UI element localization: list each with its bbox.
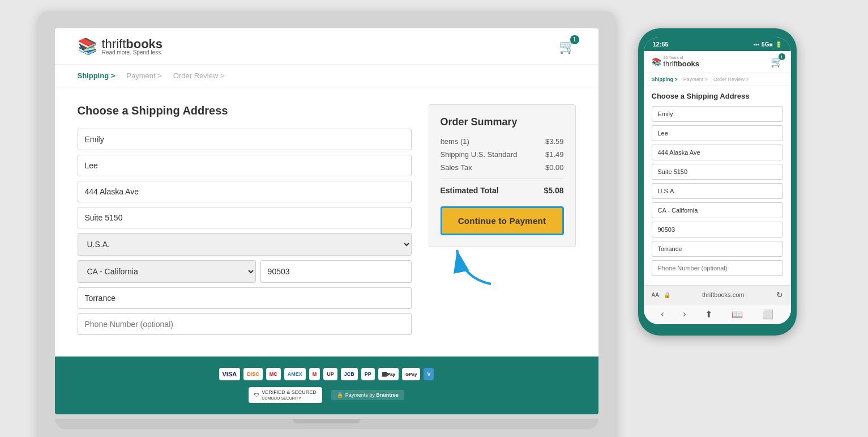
phone-form-title: Choose a Shipping Address <box>652 92 783 100</box>
continue-to-payment-button[interactable]: Continue to Payment <box>441 206 564 235</box>
phone-status-bar: 12:55 ▪▪▪ 5G■ 🔋 <box>644 37 791 51</box>
nav-tabs-icon[interactable]: ⬜ <box>762 309 773 320</box>
site-header: 📚 thriftbooks Read more. Spend less. 🛒 1 <box>55 28 598 65</box>
phone-suite-input[interactable] <box>652 164 783 180</box>
country-select[interactable]: U.S.A. <box>78 233 412 256</box>
tax-label: Sales Tax <box>441 163 472 172</box>
shipping-row: Shipping U.S. Standard $1.49 <box>441 150 564 159</box>
state-select[interactable]: CA - California <box>78 260 256 283</box>
lock-icon: 🔒 <box>337 392 343 398</box>
mastercard-icon: MC <box>266 368 281 380</box>
phone-country-input[interactable] <box>652 183 783 199</box>
main-content: Choose a Shipping Address U.S.A. CA - Ca… <box>55 87 598 357</box>
braintree-text: Payments by Braintree <box>345 392 399 398</box>
font-size-control[interactable]: AA <box>652 292 659 298</box>
amex-icon: AMEX <box>284 368 306 380</box>
phone-breadcrumb: Shipping > Payment > Order Review > <box>644 73 791 86</box>
laptop-device: 📚 thriftbooks Read more. Spend less. 🛒 1… <box>38 11 615 437</box>
breadcrumb-nav: Shipping > Payment > Order Review > <box>55 65 598 87</box>
suite-input[interactable] <box>78 207 412 228</box>
url-bar[interactable]: thriftbooks.com <box>670 291 776 298</box>
address-input[interactable] <box>78 181 412 202</box>
phone-breadcrumb-review[interactable]: Order Review > <box>713 77 755 82</box>
order-summary-wrapper: Order Summary Items (1) $3.59 Shipping U… <box>429 104 576 247</box>
shipping-label: Shipping U.S. Standard <box>441 150 518 159</box>
phone-city-input[interactable] <box>652 241 783 257</box>
paypal-icon: PP <box>361 368 375 380</box>
phone-device: 12:55 ▪▪▪ 5G■ 🔋 📚 20 Years of thriftbook… <box>638 28 797 336</box>
phone-logo-group: 20 Years of thriftbooks <box>664 56 700 68</box>
union-icon: UP <box>323 368 337 380</box>
summary-divider <box>441 179 564 179</box>
last-name-input[interactable] <box>78 155 412 176</box>
breadcrumb-order-review[interactable]: Order Review > <box>173 71 236 80</box>
phone-address-bar: AA 🔒 thriftbooks.com ↻ <box>644 285 791 304</box>
items-row: Items (1) $3.59 <box>441 137 564 146</box>
phone-content: Choose a Shipping Address <box>644 86 791 285</box>
phone-last-name-input[interactable] <box>652 125 783 141</box>
discover-icon: DISC <box>243 368 263 380</box>
site-footer: VISA DISC MC AMEX M UP JCB PP ⬛Pay GPay … <box>55 357 598 414</box>
phone-breadcrumb-shipping[interactable]: Shipping > <box>652 77 683 82</box>
phone-books-icon: 📚 <box>652 57 661 66</box>
lock-icon: 🔒 <box>664 292 670 298</box>
phone-screen: 12:55 ▪▪▪ 5G■ 🔋 📚 20 Years of thriftbook… <box>644 37 791 324</box>
first-name-input[interactable] <box>78 129 412 150</box>
footer-badges: 🛡 VERIFIED & SECUREDCOMODO SECURITY 🔒 Pa… <box>249 387 404 403</box>
phone-state-input[interactable] <box>652 202 783 218</box>
total-value: $5.08 <box>544 186 563 195</box>
arrow-annotation <box>451 244 497 290</box>
phone-header: 📚 20 Years of thriftbooks 🛒 1 <box>644 51 791 73</box>
zip-input[interactable] <box>260 260 412 283</box>
order-summary: Order Summary Items (1) $3.59 Shipping U… <box>429 104 576 247</box>
laptop-bottom <box>55 419 598 429</box>
phone-nav-bar: ‹ › ⬆ 📖 ⬜ <box>644 304 791 324</box>
phone-input[interactable] <box>78 313 412 335</box>
nav-share-icon[interactable]: ⬆ <box>705 309 712 320</box>
jcb-icon: JCB <box>341 368 358 380</box>
payment-icons: VISA DISC MC AMEX M UP JCB PP ⬛Pay GPay … <box>219 368 434 380</box>
tax-value: $0.00 <box>545 163 564 172</box>
phone-years-badge: 20 Years of <box>664 56 700 60</box>
phone-address-input[interactable] <box>652 145 783 160</box>
phone-phone-input[interactable] <box>652 260 783 276</box>
cart-button[interactable]: 🛒 1 <box>559 39 576 54</box>
arrow-svg <box>451 244 497 290</box>
signal-icon: ▪▪▪ <box>753 41 759 48</box>
breadcrumb-payment[interactable]: Payment > <box>126 71 173 80</box>
phone-zip-input[interactable] <box>652 222 783 237</box>
logo-tagline: Read more. Spend less. <box>102 49 163 56</box>
nav-forward-icon[interactable]: › <box>683 309 686 320</box>
visa-icon: VISA <box>219 368 241 380</box>
items-label: Items (1) <box>441 137 469 146</box>
refresh-icon[interactable]: ↻ <box>776 290 783 299</box>
phone-breadcrumb-payment[interactable]: Payment > <box>683 77 713 82</box>
laptop-screen: 📚 thriftbooks Read more. Spend less. 🛒 1… <box>55 28 598 414</box>
total-row: Estimated Total $5.08 <box>441 186 564 195</box>
phone-cart-button[interactable]: 🛒 1 <box>771 56 783 68</box>
shipping-value: $1.49 <box>545 150 564 159</box>
breadcrumb-shipping[interactable]: Shipping > <box>78 71 127 80</box>
nav-back-icon[interactable]: ‹ <box>661 309 664 320</box>
network-icon: 5G■ <box>762 41 772 48</box>
form-title: Choose a Shipping Address <box>78 104 412 117</box>
logo-area: 📚 thriftbooks Read more. Spend less. <box>78 37 163 56</box>
phone-time: 12:55 <box>653 41 669 48</box>
laptop-notch <box>293 419 361 423</box>
nav-bookmark-icon[interactable]: 📖 <box>732 309 743 320</box>
phone-first-name-input[interactable] <box>652 106 783 122</box>
total-label: Estimated Total <box>441 186 499 195</box>
city-input[interactable] <box>78 287 412 309</box>
scene: 📚 thriftbooks Read more. Spend less. 🛒 1… <box>38 11 831 437</box>
battery-icon: 🔋 <box>775 41 782 48</box>
shield-icon: 🛡 <box>254 392 259 398</box>
braintree-badge: 🔒 Payments by Braintree <box>331 390 404 400</box>
googlepay-icon: GPay <box>402 368 420 380</box>
cart-badge: 1 <box>570 35 579 44</box>
phone-cart-badge: 1 <box>779 53 785 60</box>
venmo-icon: V <box>424 368 434 380</box>
books-icon: 📚 <box>78 37 97 56</box>
state-zip-row: CA - California <box>78 260 412 283</box>
verified-badge: 🛡 VERIFIED & SECUREDCOMODO SECURITY <box>249 387 322 403</box>
verified-text: VERIFIED & SECUREDCOMODO SECURITY <box>262 389 317 401</box>
